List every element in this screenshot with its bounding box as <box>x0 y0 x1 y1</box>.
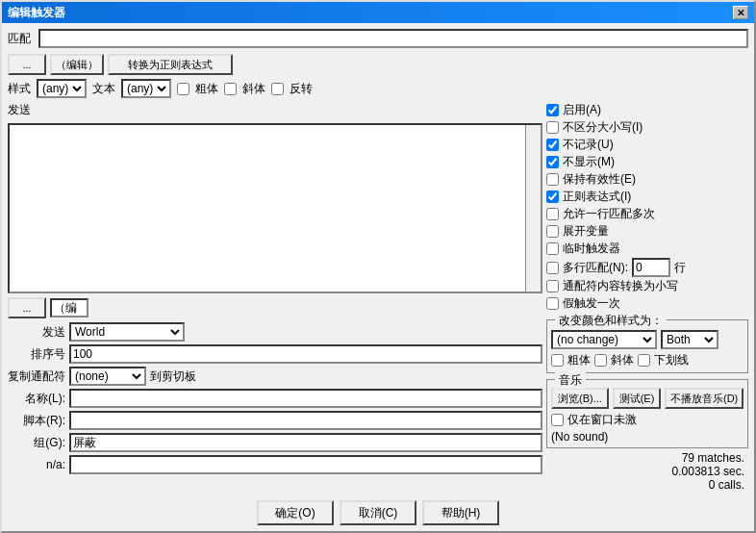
checkbox-label-cb12: 假触发一次 <box>563 295 620 312</box>
copy-select[interactable]: (none) <box>69 367 146 386</box>
style-label: 样式 <box>8 81 31 97</box>
checkbox-label-cb7: 允许一行匹配多次 <box>563 206 655 222</box>
checkbox-label-cb8: 展开变量 <box>563 223 609 240</box>
edit-bottom-btn[interactable]: ... <box>8 297 46 318</box>
checkbox-cb6[interactable] <box>546 190 559 203</box>
help-button[interactable]: 帮助(H) <box>422 500 499 525</box>
na-input[interactable] <box>69 455 542 474</box>
checkbox-row-4: 保持有效性(E) <box>546 171 748 188</box>
left-panel: 发送 ... 发送 World <box>8 102 542 493</box>
edit-sub-button[interactable]: （编辑） <box>50 54 104 75</box>
cancel-button[interactable]: 取消(C) <box>340 500 416 525</box>
checkbox-row-5: 正则表达式(I) <box>546 189 748 205</box>
checkbox-cb8[interactable] <box>546 225 559 238</box>
clipboard-label: 到剪切板 <box>150 368 196 385</box>
bottom-left: 发送 World 排序号 复制通配符 (none) <box>8 322 542 493</box>
checkbox-row-11: 假触发一次 <box>546 295 748 312</box>
group-input[interactable] <box>69 433 542 452</box>
regex-button[interactable]: 转换为正则表达式 <box>108 54 233 75</box>
checkbox-label-cb6: 正则表达式(I) <box>563 189 631 205</box>
checkbox-cb2[interactable] <box>546 121 559 134</box>
checkbox-cb1[interactable] <box>546 104 559 116</box>
reverse-checkbox[interactable] <box>271 83 284 95</box>
color-group-title: 改变颜色和样式为： <box>555 313 667 329</box>
multiline-num-input[interactable] <box>632 258 670 277</box>
style-checkboxes-row: 粗体 斜体 下划线 <box>551 352 743 368</box>
main-area: 发送 ... 发送 World <box>8 102 748 493</box>
window-only-checkbox[interactable] <box>551 414 564 426</box>
close-button[interactable]: ✕ <box>733 6 748 19</box>
send-text-area[interactable] <box>8 123 542 293</box>
script-label: 脚本(R): <box>8 413 65 429</box>
text-select[interactable]: (any) <box>121 79 171 98</box>
group-field-row: 组(G): <box>8 433 542 452</box>
checkbox-label-cb11: 通配符内容转换为小写 <box>563 278 678 294</box>
matches-text: 79 matches. <box>550 451 744 465</box>
copy-field-row: 复制通配符 (none) 到剪切板 <box>8 367 542 386</box>
color-underline-checkbox[interactable] <box>638 354 650 367</box>
send-label: 发送 <box>8 102 542 118</box>
test-button[interactable]: 测试(E) <box>613 388 661 409</box>
checkbox-row-8: 临时触发器 <box>546 241 748 257</box>
music-option-row: 仅在窗口未激 <box>551 412 743 428</box>
bold-label: 粗体 <box>195 81 218 97</box>
edit-bottom-input[interactable] <box>50 298 88 317</box>
no-play-button[interactable]: 不播放音乐(D) <box>665 388 743 409</box>
title-bar: 编辑触发器 ✕ <box>2 2 754 23</box>
color-select[interactable]: (no change) <box>551 330 657 349</box>
italic-checkbox[interactable] <box>224 83 237 95</box>
checkbox-cb11[interactable] <box>546 280 559 292</box>
send-area-wrapper <box>8 123 542 293</box>
edit-dots-button[interactable]: ... <box>8 54 46 75</box>
order-label: 排序号 <box>8 346 65 363</box>
checkbox-cb5[interactable] <box>546 173 559 186</box>
color-italic-checkbox[interactable] <box>594 354 607 367</box>
checkbox-cb9[interactable] <box>546 242 559 255</box>
window-title: 编辑触发器 <box>8 5 65 21</box>
copy-label: 复制通配符 <box>8 368 65 385</box>
music-buttons-row: 浏览(B)... 测试(E) 不播放音乐(D) <box>551 388 743 409</box>
checkbox-label-cb1: 启用(A) <box>563 102 601 118</box>
browse-button[interactable]: 浏览(B)... <box>551 388 609 409</box>
both-select[interactable]: Both <box>661 330 718 349</box>
match-input[interactable] <box>38 29 748 48</box>
checkbox-cb12[interactable] <box>546 297 559 310</box>
script-input[interactable] <box>69 411 542 430</box>
text-label: 文本 <box>92 81 115 97</box>
main-window: 编辑触发器 ✕ 匹配 ... （编辑） 转换为正则表达式 样式 (any) 文本… <box>0 0 756 533</box>
checkbox-cb10[interactable] <box>546 262 559 274</box>
checkbox-cb7[interactable] <box>546 208 559 220</box>
name-field-row: 名称(L): <box>8 389 542 408</box>
multiline-num-label: 行 <box>674 260 686 276</box>
color-underline-label: 下划线 <box>654 352 689 368</box>
color-bold-checkbox[interactable] <box>551 354 564 367</box>
style-select[interactable]: (any) <box>37 79 87 98</box>
italic-label: 斜体 <box>242 81 265 97</box>
checkbox-row-7: 展开变量 <box>546 223 748 240</box>
name-label: 名称(L): <box>8 391 65 407</box>
calls-text: 0 calls. <box>550 478 744 492</box>
na-field-row: n/a: <box>8 455 542 474</box>
checkbox-row-10: 通配符内容转换为小写 <box>546 278 748 294</box>
checkbox-cb3[interactable] <box>546 139 559 151</box>
time-text: 0.003813 sec. <box>550 465 744 478</box>
ok-button[interactable]: 确定(O) <box>257 500 334 525</box>
edit-bottom-row: ... <box>8 297 542 318</box>
match-label: 匹配 <box>8 31 35 47</box>
color-italic-label: 斜体 <box>611 352 634 368</box>
checkbox-row-6: 允许一行匹配多次 <box>546 206 748 222</box>
checkbox-cb4[interactable] <box>546 156 559 168</box>
bold-checkbox[interactable] <box>177 83 189 95</box>
send-select[interactable]: World <box>69 322 185 342</box>
right-panel: 启用(A)不区分大小写(I)不记录(U)不显示(M)保持有效性(E)正则表达式(… <box>546 102 748 493</box>
scrollbar[interactable] <box>525 125 541 292</box>
name-input[interactable] <box>69 389 542 408</box>
checkbox-row-1: 不区分大小写(I) <box>546 119 748 136</box>
send-field-label: 发送 <box>8 324 65 341</box>
color-group: 改变颜色和样式为： (no change) Both 粗体 斜体 <box>546 319 748 373</box>
checkbox-row-3: 不显示(M) <box>546 154 748 170</box>
checkbox-label-cb5: 保持有效性(E) <box>563 171 636 188</box>
order-input[interactable] <box>69 344 542 364</box>
bottom-buttons: 确定(O) 取消(C) 帮助(H) <box>8 500 748 525</box>
group-label: 组(G): <box>8 435 65 451</box>
